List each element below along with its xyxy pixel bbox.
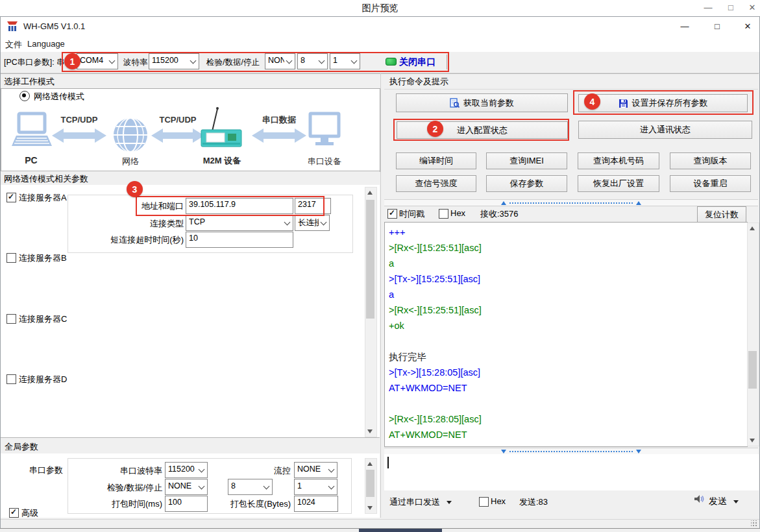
log-line: >[Rx<-][15:25:51][asc] xyxy=(389,302,739,318)
get-params-button[interactable]: 获取当前参数 xyxy=(396,93,568,112)
recv-count: 接收:3576 xyxy=(480,208,519,220)
preview-minimize-button[interactable]: — xyxy=(700,1,717,14)
preview-close-button[interactable]: ✕ xyxy=(744,1,760,14)
baud-select[interactable]: 115200 xyxy=(149,53,199,69)
g-baud-select[interactable]: 115200 xyxy=(165,462,208,478)
splitter-arrow-icon[interactable] xyxy=(636,201,641,205)
conn-type-select[interactable]: TCP xyxy=(186,215,293,231)
splitter-arrow-icon[interactable] xyxy=(501,201,506,205)
cmd-reboot-button[interactable]: 设备重启 xyxy=(670,175,751,192)
send-hex-checkbox[interactable] xyxy=(479,497,489,507)
panel-divider[interactable] xyxy=(380,73,381,518)
short-timeout-input[interactable]: 10 xyxy=(186,232,293,248)
global-scrollbar[interactable] xyxy=(365,458,377,514)
log-scrollbar[interactable] xyxy=(747,223,759,446)
scroll-down-icon[interactable] xyxy=(367,506,373,510)
stopbits-value: 1 xyxy=(333,56,349,65)
preview-maximize-button[interactable]: □ xyxy=(722,1,739,14)
g-databits-select[interactable]: 8 xyxy=(228,479,273,495)
g-baud-label: 串口波特率 xyxy=(97,465,162,477)
resize-grip[interactable] xyxy=(751,520,757,527)
cmd-factory-reset-button[interactable]: 恢复出厂设置 xyxy=(578,175,659,192)
server-d-checkbox[interactable] xyxy=(6,374,16,384)
app-minimize-button[interactable]: — xyxy=(675,19,694,34)
send-button[interactable]: 发送 xyxy=(709,496,727,507)
log-line: a xyxy=(389,287,739,302)
command-header-line xyxy=(384,89,758,90)
server-a-checkbox[interactable] xyxy=(6,193,16,202)
log-hex-checkbox[interactable] xyxy=(439,209,448,219)
com-port-select[interactable]: COM4 xyxy=(77,53,118,69)
svg-text:TCP/UDP: TCP/UDP xyxy=(60,115,97,125)
scroll-down-icon[interactable] xyxy=(750,439,755,442)
cmd-signal-button[interactable]: 查信号强度 xyxy=(396,175,476,192)
cmd-query-imei-button[interactable]: 查询IMEI xyxy=(486,152,567,169)
databits-select[interactable]: 8 xyxy=(297,53,328,69)
m2m-device-icon xyxy=(201,107,241,147)
timestamp-checkbox[interactable] xyxy=(387,209,397,219)
g-parity-select[interactable]: NONE xyxy=(165,479,208,495)
chevron-down-icon xyxy=(321,219,327,226)
set-save-all-button[interactable]: 设置并保存所有参数 xyxy=(578,94,748,112)
pack-time-input[interactable]: 100 xyxy=(165,496,208,512)
splitter-handle[interactable] xyxy=(509,202,633,204)
scroll-thumb[interactable] xyxy=(366,470,374,497)
server-a-port-input[interactable]: 2317 xyxy=(295,198,331,214)
cmd-query-version-button[interactable]: 查询版本 xyxy=(670,152,751,169)
g-flow-select[interactable]: NONE xyxy=(294,462,337,478)
baud-value: 115200 xyxy=(152,56,188,65)
server-d-label: 连接服务器D xyxy=(19,374,67,385)
enter-comm-button[interactable]: 进入通讯状态 xyxy=(578,121,752,139)
reset-count-button[interactable]: 复位计数 xyxy=(697,206,746,223)
cmd-compile-time-button[interactable]: 编译时间 xyxy=(396,152,476,169)
menu-language[interactable]: Language xyxy=(27,39,65,49)
g-stopbits-select[interactable]: 1 xyxy=(294,479,337,495)
parity-label: 检验/数据/停止 xyxy=(206,57,260,68)
log-lines: +++ >[Rx<-][15:25:51][asc] a >[Tx->][15:… xyxy=(389,224,739,442)
speaker-icon[interactable] xyxy=(693,494,705,504)
cmd-save-params-button[interactable]: 保存参数 xyxy=(486,175,567,192)
splitter-arrow-icon[interactable] xyxy=(501,450,506,453)
scroll-thumb[interactable] xyxy=(748,351,757,389)
splitter-arrow-icon[interactable] xyxy=(636,450,641,453)
scroll-up-icon[interactable] xyxy=(367,462,373,466)
svg-text:网络: 网络 xyxy=(122,156,139,166)
log-line: 执行完毕 xyxy=(389,349,739,365)
scroll-up-icon[interactable] xyxy=(367,191,373,195)
splitter-handle[interactable] xyxy=(509,451,633,452)
scroll-up-icon[interactable] xyxy=(750,226,755,230)
close-port-button[interactable]: 关闭串口 xyxy=(399,56,435,68)
enter-config-button[interactable]: 进入配置状态 xyxy=(397,121,568,139)
send-input[interactable] xyxy=(384,454,759,490)
log-line: >[Tx->][15:25:51][asc] xyxy=(389,271,739,287)
pack-time-label: 打包时间(ms) xyxy=(97,498,162,510)
menu-file[interactable]: 文件 xyxy=(5,39,22,51)
server-c-checkbox[interactable] xyxy=(6,314,16,324)
send-via-dropdown[interactable]: 通过串口发送 xyxy=(389,496,440,508)
server-a-address-input[interactable]: 39.105.117.9 xyxy=(186,198,293,214)
log-line: AT+WKMOD=NET xyxy=(389,380,739,396)
scroll-down-icon[interactable] xyxy=(367,429,373,433)
keep-type-select[interactable]: 长连接 xyxy=(295,215,330,231)
app-maximize-button[interactable]: □ xyxy=(707,19,727,34)
parity-value: NONI xyxy=(268,56,284,65)
g-baud-value: 115200 xyxy=(168,465,197,474)
scroll-thumb[interactable] xyxy=(366,200,374,319)
log-splitter-top[interactable] xyxy=(384,199,758,206)
text-caret xyxy=(387,457,389,468)
log-line xyxy=(389,396,739,411)
parity-select[interactable]: NONI xyxy=(265,53,295,69)
left-panel-scrollbar[interactable] xyxy=(365,187,377,437)
chevron-down-icon[interactable] xyxy=(733,500,739,503)
cmd-query-number-button[interactable]: 查询本机号码 xyxy=(578,152,659,169)
chevron-down-icon xyxy=(199,483,205,490)
menu-bar xyxy=(1,37,759,52)
advanced-checkbox[interactable] xyxy=(9,508,19,518)
command-panel-header: 执行命令及提示 xyxy=(389,76,448,88)
stopbits-select[interactable]: 1 xyxy=(330,53,360,69)
server-b-checkbox[interactable] xyxy=(6,253,16,263)
app-close-button[interactable]: ✕ xyxy=(738,19,757,34)
chevron-down-icon[interactable] xyxy=(447,501,452,504)
pack-len-input[interactable]: 1024 xyxy=(294,496,338,512)
net-passthrough-radio[interactable] xyxy=(19,91,30,101)
